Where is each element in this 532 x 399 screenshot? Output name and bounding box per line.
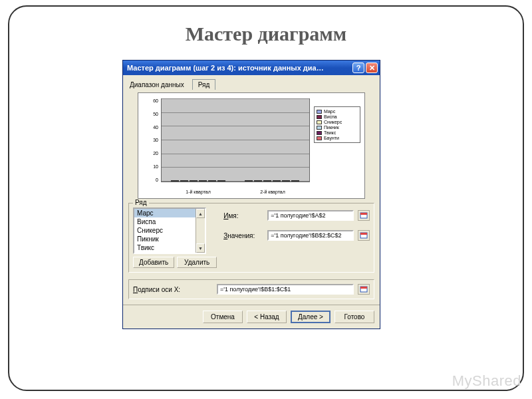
legend-swatch: [317, 131, 322, 135]
remove-series-button[interactable]: Удалить: [177, 257, 217, 268]
series-values-input[interactable]: [267, 230, 354, 241]
y-tick: 60: [142, 98, 158, 103]
list-item[interactable]: Марс: [134, 209, 205, 217]
bar: [254, 180, 262, 182]
range-picker-xaxis-icon[interactable]: [358, 284, 370, 295]
svg-rect-5: [360, 287, 367, 289]
list-item[interactable]: Твикс: [134, 243, 205, 252]
legend-swatch: [317, 126, 322, 130]
svg-rect-1: [360, 213, 367, 215]
list-item[interactable]: Виспа: [134, 217, 205, 226]
range-picker-name-icon[interactable]: [358, 210, 370, 221]
series-panel: Ряд МарсВиспаСникерсПикникТвикс ▲ ▼ Доба…: [128, 203, 374, 273]
xaxis-input[interactable]: [217, 284, 354, 295]
tabs: Диапазон данных Ряд: [128, 79, 374, 90]
close-button[interactable]: ✕: [366, 63, 378, 73]
bar: [282, 180, 290, 182]
legend-item: Баунти: [317, 136, 358, 140]
legend-item: Сникерс: [317, 120, 358, 124]
legend-label: Пикник: [324, 125, 339, 130]
plot-area: [161, 98, 310, 182]
series-panel-legend: Ряд: [133, 199, 149, 206]
bar: [171, 180, 179, 182]
legend-item: Твикс: [317, 130, 358, 135]
y-tick: 30: [142, 138, 158, 142]
next-button[interactable]: Далее >: [291, 311, 331, 323]
x-tick-label: 1-й квартал: [161, 190, 235, 194]
tab-series[interactable]: Ряд: [192, 79, 216, 90]
y-tick: 10: [142, 164, 158, 169]
legend-label: Сникерс: [324, 120, 342, 124]
bar: [263, 180, 271, 182]
legend-swatch: [317, 110, 322, 114]
list-item[interactable]: Пикник: [134, 235, 205, 243]
legend-item: Марс: [317, 109, 358, 114]
bar: [180, 180, 188, 182]
svg-rect-3: [360, 233, 367, 235]
series-listbox[interactable]: МарсВиспаСникерсПикникТвикс ▲ ▼: [133, 207, 206, 254]
back-button[interactable]: < Назад: [247, 311, 287, 323]
legend-label: Виспа: [324, 114, 337, 119]
window-title: Мастер диаграмм (шаг 2 из 4): источник д…: [127, 64, 351, 72]
bar: [190, 180, 198, 182]
titlebar[interactable]: Мастер диаграмм (шаг 2 из 4): источник д…: [123, 61, 380, 75]
bar: [208, 180, 216, 182]
y-tick: 50: [142, 112, 158, 116]
watermark: MyShared: [452, 372, 521, 390]
chart-legend: МарсВиспаСникерсПикникТвиксБаунти: [314, 106, 360, 143]
legend-label: Баунти: [324, 136, 339, 140]
legend-swatch: [317, 136, 322, 140]
x-axis-labels: 1-й квартал2-й квартал: [161, 190, 310, 194]
list-item[interactable]: Сникерс: [134, 226, 205, 235]
bar-group: [245, 180, 299, 182]
listbox-scrollbar[interactable]: ▲ ▼: [196, 209, 205, 253]
legend-item: Пикник: [317, 125, 358, 130]
bar: [291, 180, 299, 182]
legend-label: Марс: [324, 109, 335, 114]
dialog-footer: Отмена < Назад Далее > Готово: [123, 305, 380, 329]
y-tick: 20: [142, 151, 158, 156]
chart-preview: 6050403020100 1-й квартал2-й квартал Мар…: [138, 92, 365, 199]
cancel-button[interactable]: Отмена: [203, 311, 243, 323]
scroll-down-icon[interactable]: ▼: [196, 243, 205, 253]
legend-item: Виспа: [317, 114, 358, 119]
name-label: Имя:: [223, 212, 263, 219]
legend-swatch: [317, 115, 322, 119]
series-name-input[interactable]: [267, 210, 354, 221]
legend-label: Твикс: [324, 130, 336, 135]
bar-group: [171, 180, 225, 182]
y-axis-ticks: 6050403020100: [142, 98, 158, 182]
scroll-up-icon[interactable]: ▲: [196, 209, 205, 218]
chart-wizard-dialog: Мастер диаграмм (шаг 2 из 4): источник д…: [122, 60, 380, 329]
x-tick-label: 2-й квартал: [235, 190, 310, 194]
bar: [199, 180, 207, 182]
legend-swatch: [317, 120, 322, 124]
y-tick: 0: [142, 178, 158, 182]
bar: [245, 180, 253, 182]
range-picker-values-icon[interactable]: [358, 230, 370, 241]
values-label: Значения:: [223, 232, 263, 239]
add-series-button[interactable]: Добавить: [133, 257, 174, 268]
bar: [273, 180, 281, 182]
tab-data-range[interactable]: Диапазон данных: [128, 80, 186, 90]
y-tick: 40: [142, 125, 158, 130]
help-button[interactable]: ?: [352, 63, 364, 73]
xaxis-label: Подписи оси X:: [133, 286, 213, 293]
bar: [217, 180, 225, 182]
xaxis-panel: Подписи оси X:: [128, 279, 374, 299]
finish-button[interactable]: Готово: [334, 311, 374, 323]
